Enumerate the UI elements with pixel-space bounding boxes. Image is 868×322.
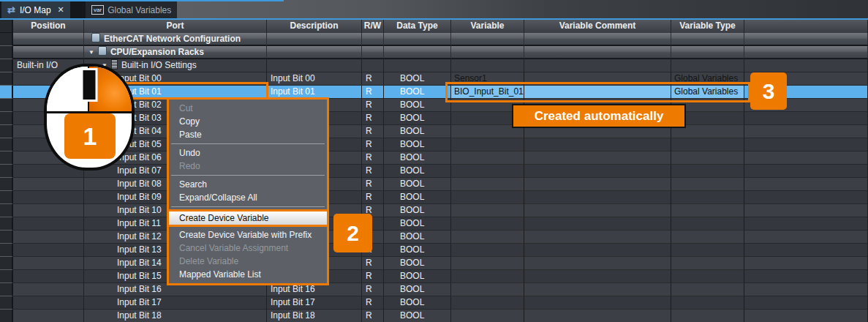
- row-gutter[interactable]: [0, 125, 13, 138]
- row-cpu-expansion-racks: ▼CPU/Expansion Racks: [0, 46, 868, 59]
- menu-item-create-device-variable[interactable]: Create Device Variable: [167, 209, 329, 227]
- cell-port[interactable]: EtherCAT Network Configuration: [84, 33, 267, 46]
- cell-variable-comment[interactable]: [524, 296, 671, 310]
- row-gutter[interactable]: [0, 165, 13, 178]
- cell-description: [267, 33, 362, 46]
- cell-variable-comment[interactable]: [524, 231, 671, 244]
- row-gutter[interactable]: [0, 151, 13, 165]
- cell-variable-comment[interactable]: [524, 217, 671, 231]
- tab-global-variables[interactable]: var Global Variables: [86, 1, 177, 18]
- column-header-variable-comment: Variable Comment: [524, 20, 671, 33]
- cell-variable[interactable]: [451, 138, 524, 151]
- cell-variable[interactable]: [451, 296, 524, 310]
- menu-item-create-device-variable-with-prefix[interactable]: Create Device Variable with Prefix: [169, 228, 327, 242]
- cell-variable-type[interactable]: [671, 178, 744, 191]
- row-input-bit-16: Input Bit 16Input Bit 16RBOOL: [0, 283, 868, 296]
- cell-variable-comment[interactable]: [524, 270, 671, 283]
- menu-item-undo[interactable]: Undo: [169, 146, 327, 160]
- row-gutter[interactable]: [0, 72, 13, 86]
- cell-variable-comment[interactable]: [524, 244, 671, 257]
- cell-variable-type[interactable]: [671, 165, 744, 178]
- row-gutter[interactable]: [0, 310, 13, 322]
- row-gutter[interactable]: [0, 112, 13, 125]
- cell-rw: R: [362, 283, 384, 296]
- cell-variable-comment[interactable]: [524, 165, 671, 178]
- menu-item-paste[interactable]: Paste: [169, 128, 327, 141]
- menu-item-copy[interactable]: Copy: [169, 115, 327, 128]
- cell-variable-comment[interactable]: [524, 178, 671, 191]
- cell-filler: [744, 231, 868, 244]
- cell-rw: R: [362, 165, 384, 178]
- cell-variable-comment[interactable]: [524, 151, 671, 165]
- cell-description: [267, 59, 362, 72]
- cell-variable-type[interactable]: [671, 217, 744, 231]
- cell-variable-comment[interactable]: [524, 138, 671, 151]
- cell-rw: R: [362, 86, 384, 99]
- cell-filler: [744, 46, 868, 59]
- cell-variable-comment[interactable]: [524, 204, 671, 217]
- cell-variable[interactable]: [451, 178, 524, 191]
- cell-variable-type[interactable]: [671, 283, 744, 296]
- row-gutter[interactable]: [0, 244, 13, 257]
- cell-port[interactable]: Input Bit 17: [84, 296, 267, 310]
- row-gutter[interactable]: [0, 217, 13, 231]
- row-gutter[interactable]: [0, 283, 13, 296]
- cell-variable-type[interactable]: [671, 296, 744, 310]
- cell-variable[interactable]: [451, 283, 524, 296]
- cell-variable[interactable]: [451, 270, 524, 283]
- cell-variable-type[interactable]: [671, 310, 744, 322]
- row-gutter[interactable]: [0, 46, 13, 59]
- cell-data-type: BOOL: [384, 244, 451, 257]
- row-gutter[interactable]: [0, 231, 13, 244]
- cell-variable-type[interactable]: [671, 138, 744, 151]
- row-input-bit-14: Input Bit 14Input Bit 14RBOOL: [0, 257, 868, 270]
- cell-variable[interactable]: [451, 191, 524, 204]
- cell-variable-comment[interactable]: [524, 191, 671, 204]
- row-gutter[interactable]: [0, 138, 13, 151]
- cell-variable-comment[interactable]: [524, 257, 671, 270]
- cell-variable-comment[interactable]: [524, 310, 671, 322]
- cell-variable[interactable]: [451, 204, 524, 217]
- cell-variable[interactable]: [451, 151, 524, 165]
- row-gutter[interactable]: [0, 191, 13, 204]
- cell-variable[interactable]: [451, 257, 524, 270]
- cell-variable-type[interactable]: [671, 231, 744, 244]
- row-gutter[interactable]: [0, 270, 13, 283]
- row-gutter[interactable]: [0, 86, 13, 99]
- cell-description: Input Bit 00: [267, 72, 362, 86]
- cell-port[interactable]: Input Bit 18: [84, 310, 267, 322]
- row-gutter[interactable]: [0, 59, 13, 72]
- row-gutter[interactable]: [0, 99, 13, 112]
- menu-item-search[interactable]: Search: [169, 178, 327, 191]
- cell-variable-comment[interactable]: [524, 283, 671, 296]
- cell-position: [13, 283, 84, 296]
- port-label: Input Bit 13: [117, 244, 162, 255]
- close-icon[interactable]: ✕: [58, 5, 64, 15]
- menu-item-mapped-variable-list[interactable]: Mapped Variable List: [169, 268, 327, 281]
- cell-variable-type[interactable]: [671, 244, 744, 257]
- cell-rw: [362, 59, 384, 72]
- cell-variable-type[interactable]: [671, 204, 744, 217]
- cell-variable-type[interactable]: [671, 257, 744, 270]
- row-gutter[interactable]: [0, 33, 13, 46]
- cell-variable[interactable]: [451, 165, 524, 178]
- cell-variable-type[interactable]: [671, 151, 744, 165]
- menu-item-expand-collapse-all[interactable]: Expand/Collapse All: [169, 191, 327, 204]
- cell-variable[interactable]: [451, 217, 524, 231]
- cell-position: [13, 244, 84, 257]
- row-gutter[interactable]: [0, 257, 13, 270]
- column-header-rw: R/W: [362, 20, 384, 33]
- cell-variable[interactable]: [451, 244, 524, 257]
- tab-io-map[interactable]: ⇄ I/O Map ✕: [1, 1, 70, 18]
- cell-data-type: BOOL: [384, 125, 451, 138]
- cell-variable-type[interactable]: [671, 191, 744, 204]
- cell-port[interactable]: ▼CPU/Expansion Racks: [84, 46, 267, 59]
- cell-data-type: BOOL: [384, 151, 451, 165]
- row-gutter[interactable]: [0, 296, 13, 310]
- cell-variable[interactable]: [451, 310, 524, 322]
- expand-caret-icon[interactable]: ▼: [88, 46, 94, 59]
- row-gutter[interactable]: [0, 178, 13, 191]
- row-gutter[interactable]: [0, 204, 13, 217]
- cell-variable-type[interactable]: [671, 270, 744, 283]
- cell-variable[interactable]: [451, 231, 524, 244]
